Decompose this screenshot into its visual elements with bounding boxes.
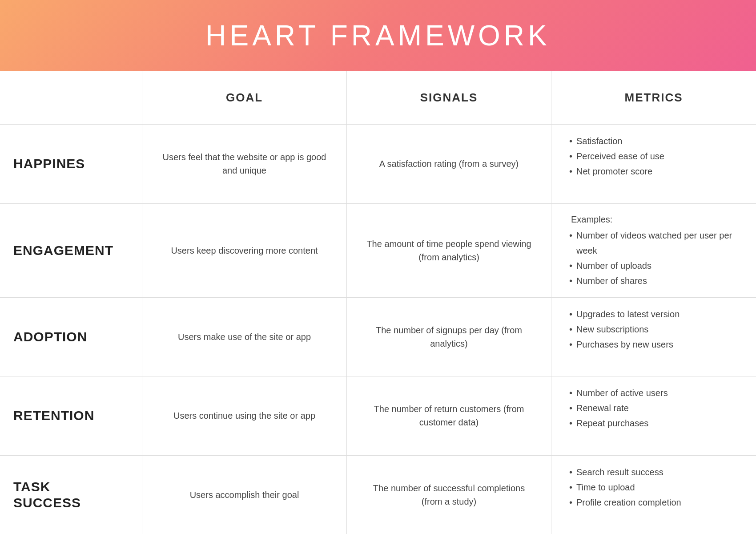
table-row: TASKSUCCESS Users accomplish their goal … [0, 456, 756, 534]
happines-metrics-list: SatisfactionPerceived ease of useNet pro… [569, 134, 664, 179]
list-item: Number of shares [569, 273, 738, 288]
task-success-metrics: Search result successTime to uploadProfi… [551, 456, 756, 534]
list-item: Profile creation completion [569, 495, 681, 510]
happines-signals: A satisfaction rating (from a survey) [347, 125, 551, 203]
list-item: Net promoter score [569, 164, 664, 179]
table-row: ENGAGEMENT Users keep discovering more c… [0, 204, 756, 298]
framework-table: GOAL SIGNALS METRICS HAPPINES Users feel… [0, 71, 756, 534]
column-headers: GOAL SIGNALS METRICS [0, 71, 756, 125]
list-item: Repeat purchases [569, 416, 668, 431]
happines-goal: Users feel that the website or app is go… [142, 125, 347, 203]
happines-metrics: SatisfactionPerceived ease of useNet pro… [551, 125, 756, 203]
table-row: HAPPINES Users feel that the website or … [0, 125, 756, 204]
list-item: Search result success [569, 465, 681, 480]
row-label-engagement: ENGAGEMENT [0, 204, 142, 297]
page-header: HEART FRAMEWORK [0, 0, 756, 71]
metrics-header: METRICS [551, 71, 756, 124]
retention-goal: Users continue using the site or app [142, 376, 347, 455]
retention-signals: The number of return customers (from cus… [347, 376, 551, 455]
task-success-signals: The number of successful completions (fr… [347, 456, 551, 534]
list-item: New subscriptions [569, 322, 680, 337]
list-item: Upgrades to latest version [569, 307, 680, 322]
retention-metrics-list: Number of active usersRenewal rateRepeat… [569, 385, 668, 431]
row-label-adoption: ADOPTION [0, 298, 142, 376]
table-body: HAPPINES Users feel that the website or … [0, 125, 756, 534]
engagement-goal: Users keep discovering more content [142, 204, 347, 297]
engagement-metrics-list: Number of videos watched per user per we… [569, 228, 738, 288]
adoption-metrics-list: Upgrades to latest versionNew subscripti… [569, 307, 680, 352]
goal-header: GOAL [142, 71, 347, 124]
adoption-signals: The number of signups per day (from anal… [347, 298, 551, 376]
metrics-note: Examples: [569, 213, 612, 226]
page-title: HEART FRAMEWORK [205, 19, 550, 52]
list-item: Perceived ease of use [569, 149, 664, 164]
list-item: Satisfaction [569, 134, 664, 149]
table-row: RETENTION Users continue using the site … [0, 376, 756, 456]
list-item: Purchases by new users [569, 337, 680, 352]
row-label-task-success: TASKSUCCESS [0, 456, 142, 534]
engagement-signals: The amount of time people spend viewing … [347, 204, 551, 297]
retention-metrics: Number of active usersRenewal rateRepeat… [551, 376, 756, 455]
list-item: Number of uploads [569, 258, 738, 273]
list-item: Number of active users [569, 385, 668, 400]
engagement-metrics: Examples: Number of videos watched per u… [551, 204, 756, 297]
adoption-goal: Users make use of the site or app [142, 298, 347, 376]
signals-header: SIGNALS [347, 71, 551, 124]
row-label-retention: RETENTION [0, 376, 142, 455]
list-item: Time to upload [569, 480, 681, 495]
empty-header [0, 71, 142, 124]
list-item: Number of videos watched per user per we… [569, 228, 738, 258]
adoption-metrics: Upgrades to latest versionNew subscripti… [551, 298, 756, 376]
task-success-metrics-list: Search result successTime to uploadProfi… [569, 465, 681, 510]
task-success-goal: Users accomplish their goal [142, 456, 347, 534]
row-label-happines: HAPPINES [0, 125, 142, 203]
list-item: Renewal rate [569, 400, 668, 416]
table-row: ADOPTION Users make use of the site or a… [0, 298, 756, 377]
